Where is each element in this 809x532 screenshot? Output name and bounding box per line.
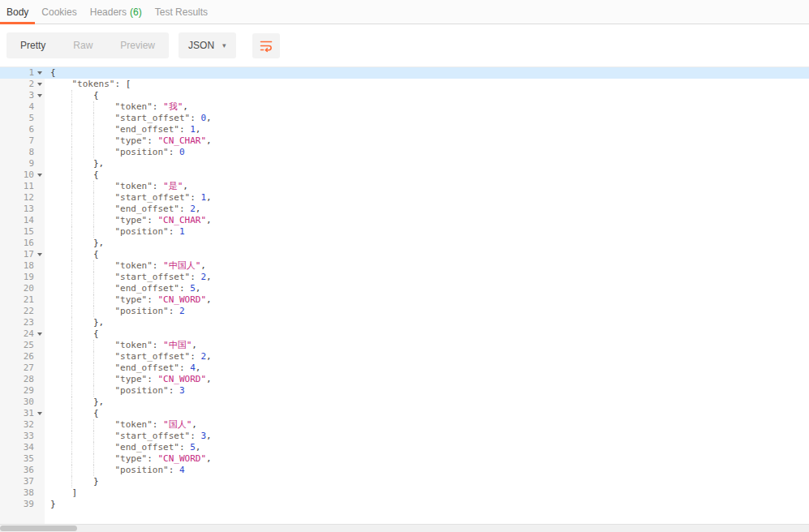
code-line[interactable]: 13"end_offset": 2, [0, 204, 809, 215]
indent-guide [93, 101, 114, 113]
code-line[interactable]: 14"type": "CN_CHAR", [0, 215, 809, 226]
indent-guide [50, 476, 71, 487]
code-line[interactable]: 24{ [0, 328, 809, 340]
code-line[interactable]: 29"position": 3 [0, 385, 809, 397]
indent-guide [93, 124, 114, 135]
indent-guide [71, 113, 93, 124]
tab-body[interactable]: Body [0, 0, 35, 24]
tab-cookies[interactable]: Cookies [35, 0, 83, 24]
line-number: 5 [0, 113, 45, 124]
indent-guide [50, 419, 71, 431]
code-line[interactable]: 33"start_offset": 3, [0, 431, 809, 442]
code-line[interactable]: 1{ [0, 67, 809, 79]
code-line[interactable]: 28"type": "CN_WORD", [0, 374, 809, 385]
fold-toggle-icon[interactable] [37, 253, 42, 256]
code-line[interactable]: 11"token": "是", [0, 181, 809, 192]
wrap-lines-button[interactable] [252, 33, 280, 58]
code-line[interactable]: 19"start_offset": 2, [0, 272, 809, 283]
code-line[interactable]: 27"end_offset": 4, [0, 363, 809, 374]
indent-guide [93, 374, 114, 385]
code-line[interactable]: 10{ [0, 169, 809, 181]
code-line[interactable]: 15"position": 1 [0, 226, 809, 238]
fold-toggle-icon[interactable] [37, 94, 42, 97]
code-line[interactable]: 16}, [0, 238, 809, 249]
code-line[interactable]: 34"end_offset": 5, [0, 442, 809, 453]
indent-guide [93, 226, 114, 238]
indent-guide [71, 408, 93, 419]
view-toggle-preview[interactable]: Preview [106, 32, 169, 58]
code-line-text: "token": "中国", [45, 340, 809, 351]
language-select[interactable]: JSON ▾ [179, 32, 236, 58]
line-number: 9 [0, 158, 45, 169]
line-number: 34 [0, 442, 45, 453]
indent-guide [50, 181, 71, 192]
code-line[interactable]: 20"end_offset": 5, [0, 283, 809, 294]
line-number: 12 [0, 192, 45, 204]
indent-guide [93, 204, 114, 215]
code-line-text: "start_offset": 2, [45, 351, 809, 363]
code-line-text: "start_offset": 0, [45, 113, 809, 124]
code-line[interactable]: 17{ [0, 249, 809, 260]
fold-toggle-icon[interactable] [37, 412, 42, 415]
indent-guide [71, 317, 93, 328]
indent-guide [50, 317, 71, 328]
code-line[interactable]: 32"token": "国人", [0, 419, 809, 431]
tab-test-results[interactable]: Test Results [148, 0, 214, 24]
indent-guide [50, 238, 71, 249]
fold-toggle-icon[interactable] [37, 71, 42, 75]
code-line-text: "type": "CN_WORD", [45, 294, 809, 306]
indent-guide [93, 351, 114, 363]
indent-guide [93, 192, 114, 204]
code-line[interactable]: 23}, [0, 317, 809, 328]
indent-guide [71, 340, 93, 351]
view-toggle-pretty[interactable]: Pretty [6, 32, 59, 58]
line-number: 22 [0, 306, 45, 317]
indent-guide [50, 169, 71, 181]
indent-guide [71, 226, 93, 238]
code-line[interactable]: 4"token": "我", [0, 101, 809, 113]
code-line-text: "end_offset": 1, [45, 124, 809, 135]
indent-guide [71, 453, 93, 465]
indent-guide [71, 476, 93, 487]
indent-guide [71, 238, 93, 249]
code-line[interactable]: 25"token": "中国", [0, 340, 809, 351]
code-line[interactable]: 22"position": 2 [0, 306, 809, 317]
code-line[interactable]: 2"tokens": [ [0, 79, 809, 90]
code-line[interactable]: 8"position": 0 [0, 147, 809, 158]
code-line[interactable]: 36"position": 4 [0, 465, 809, 476]
fold-toggle-icon[interactable] [37, 83, 42, 86]
code-line[interactable]: 30}, [0, 397, 809, 408]
code-line-text: "type": "CN_WORD", [45, 374, 809, 385]
scrollbar-thumb[interactable] [0, 526, 77, 531]
view-toggle-raw[interactable]: Raw [59, 32, 106, 58]
code-line[interactable]: 21"type": "CN_WORD", [0, 294, 809, 306]
code-line[interactable]: 38] [0, 487, 809, 499]
code-line[interactable]: 39} [0, 499, 809, 510]
code-line[interactable]: 26"start_offset": 2, [0, 351, 809, 363]
indent-guide [50, 351, 71, 363]
line-number: 6 [0, 124, 45, 135]
code-line[interactable]: 35"type": "CN_WORD", [0, 453, 809, 465]
line-number: 30 [0, 397, 45, 408]
code-line-text: { [45, 90, 809, 101]
tab-headers[interactable]: Headers (6) [84, 0, 148, 24]
code-line[interactable]: 6"end_offset": 1, [0, 124, 809, 135]
horizontal-scrollbar[interactable] [0, 524, 809, 532]
line-number: 23 [0, 317, 45, 328]
indent-guide [50, 340, 71, 351]
code-line[interactable]: 18"token": "中国人", [0, 260, 809, 272]
line-number: 29 [0, 385, 45, 397]
code-line[interactable]: 12"start_offset": 1, [0, 192, 809, 204]
code-line[interactable]: 7"type": "CN_CHAR", [0, 135, 809, 147]
code-line[interactable]: 9}, [0, 158, 809, 169]
code-line[interactable]: 31{ [0, 408, 809, 419]
code-line[interactable]: 37} [0, 476, 809, 487]
fold-toggle-icon[interactable] [37, 332, 42, 336]
wrap-lines-icon [259, 38, 273, 53]
indent-guide [50, 249, 71, 260]
code-line[interactable]: 5"start_offset": 0, [0, 113, 809, 124]
fold-toggle-icon[interactable] [37, 174, 42, 177]
indent-guide [71, 135, 93, 147]
code-line[interactable]: 3{ [0, 90, 809, 101]
line-number: 11 [0, 181, 45, 192]
